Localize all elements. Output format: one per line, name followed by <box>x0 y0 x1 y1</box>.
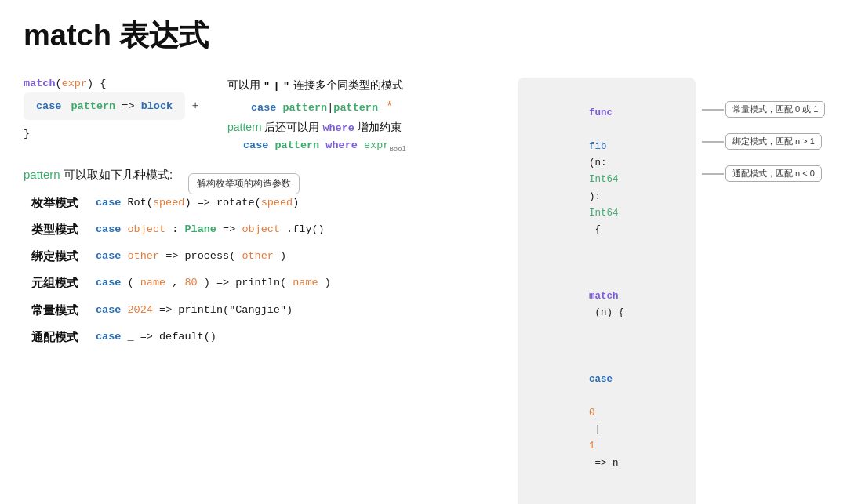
annotation-2-line <box>702 136 725 148</box>
const-pattern-label: 常量模式 <box>31 303 88 318</box>
top-syntax-area: match(expr) { case pattern => block + } <box>24 78 494 154</box>
case-syntax-box: case pattern => block <box>24 92 185 120</box>
fib-code-block: func fib (n: Int64 ): Int64 { match (n) … <box>518 78 696 504</box>
type-pattern-label: 类型模式 <box>31 222 88 237</box>
tuple-pattern-label: 元组模式 <box>31 275 88 291</box>
const-pattern-row: 常量模式 case 2024 => println("Cangjie") <box>31 303 494 318</box>
annotation-2-text: 绑定模式，匹配 n > 1 <box>725 133 822 150</box>
match-keyword: match <box>24 78 56 89</box>
syntax-right: 可以用 " | " 连接多个同类型的模式 case pattern | patt… <box>227 78 494 154</box>
annotations-panel: 常量模式，匹配 0 或 1 绑定模式，匹配 n > 1 <box>702 78 825 182</box>
plus-sign: + <box>192 98 199 111</box>
annotation-2: 绑定模式，匹配 n > 1 <box>702 133 825 150</box>
annotation-1-text: 常量模式，匹配 0 或 1 <box>725 101 825 118</box>
fib-line-3: case 0 | 1 => n <box>530 339 683 488</box>
pipe-example-row: case pattern | pattern * <box>227 100 494 114</box>
callout-container: 解构枚举项的构造参数 <box>188 173 300 204</box>
content-area: match(expr) { case pattern => block + } <box>24 78 823 504</box>
type-pattern-row: 类型模式 case object : Plane => object .fly(… <box>31 222 494 237</box>
const-pattern-code: case 2024 => println("Cangjie") <box>96 303 293 318</box>
tuple-pattern-row: 元组模式 case ( name , 80 ) => println( name… <box>31 275 494 291</box>
pattern-table: 解构枚举项的构造参数 枚举模式 case Rot(speed) => rotat… <box>31 195 494 346</box>
annotation-1-line <box>702 103 725 116</box>
code-block1-wrapper: func fib (n: Int64 ): Int64 { match (n) … <box>518 78 823 504</box>
callout-line <box>220 194 220 204</box>
binding-pattern-row: 绑定模式 case other => process( other ) <box>31 248 494 264</box>
wildcard-pattern-label: 通配模式 <box>31 329 88 345</box>
page-title: match 表达式 <box>24 16 823 56</box>
close-brace: } <box>24 128 204 140</box>
type-pattern-code: case object : Plane => object .fly() <box>96 222 325 237</box>
enum-pattern-label: 枚举模式 <box>31 195 88 211</box>
annotation-3-line <box>702 168 725 180</box>
case-syntax-block: case pattern => block + <box>24 92 204 125</box>
right-panel: func fib (n: Int64 ): Int64 { match (n) … <box>518 78 823 504</box>
wildcard-pattern-row: 通配模式 case _ => default() <box>31 329 494 345</box>
syntax-left: match(expr) { case pattern => block + } <box>24 78 204 140</box>
callout-bubble: 解构枚举项的构造参数 <box>188 173 300 194</box>
tuple-pattern-code: case ( name , 80 ) => println( name ) <box>96 275 331 291</box>
annotation-3: 通配模式，匹配 n < 0 <box>702 165 825 182</box>
enum-pattern-row-wrapper: 解构枚举项的构造参数 枚举模式 case Rot(speed) => rotat… <box>31 195 494 211</box>
match-syntax-line1: match(expr) { <box>24 78 204 89</box>
binding-pattern-label: 绑定模式 <box>31 248 88 264</box>
where-note-text: pattern 后还可以用 where 增加约束 <box>227 121 494 135</box>
pipe-note-text: 可以用 " | " 连接多个同类型的模式 <box>227 78 494 92</box>
left-panel: match(expr) { case pattern => block + } <box>24 78 494 356</box>
annotation-3-text: 通配模式，匹配 n < 0 <box>725 165 822 182</box>
where-example-row: case pattern where exprBool <box>227 140 494 154</box>
asterisk-mark: * <box>378 100 393 114</box>
annotation-1: 常量模式，匹配 0 或 1 <box>702 101 825 118</box>
fib-line-4: case other where other > 0 => <box>530 488 683 504</box>
binding-pattern-code: case other => process( other ) <box>96 248 286 264</box>
fib-line-1: func fib (n: Int64 ): Int64 { <box>530 89 683 256</box>
fib-line-2: match (n) { <box>530 256 683 339</box>
wildcard-pattern-code: case _ => default() <box>96 329 216 345</box>
